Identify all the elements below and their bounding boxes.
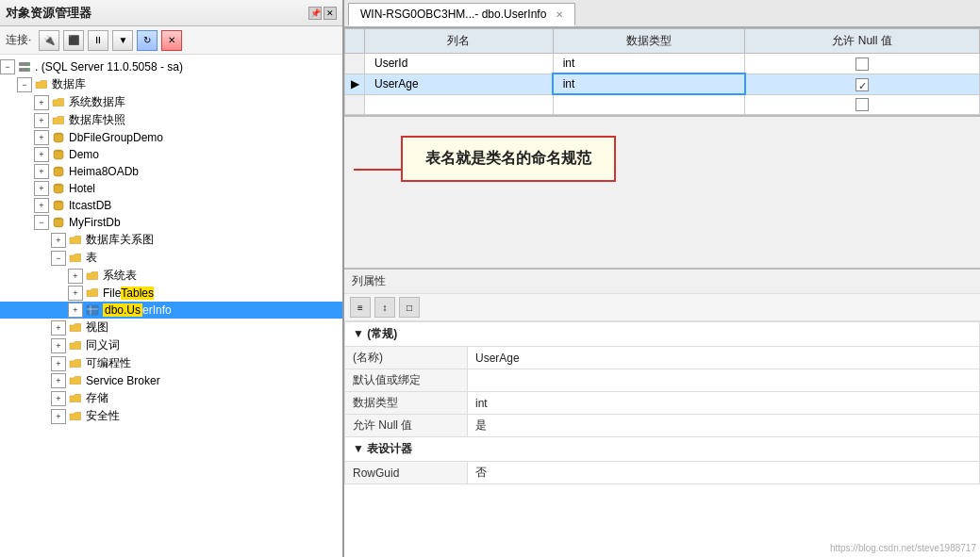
table-row[interactable]: ▶UserAgeint — [345, 74, 980, 94]
properties-label: 列属性 — [352, 273, 386, 289]
prop-btn-3[interactable]: □ — [399, 297, 420, 318]
nullable-checkbox[interactable] — [855, 98, 869, 111]
nullable-checkbox[interactable] — [855, 57, 869, 71]
col-type-cell[interactable]: int — [553, 54, 745, 74]
expand-btn-security[interactable]: + — [51, 409, 66, 424]
tree-item-hotel[interactable]: +Hotel — [0, 180, 342, 197]
tree-item-servicebroker[interactable]: +Service Broker — [0, 372, 342, 389]
prop-value[interactable] — [468, 369, 980, 392]
folder-icon — [85, 286, 100, 301]
object-explorer-panel: 对象资源管理器 📌 ✕ 连接· 🔌 ⬛ ⏸ ▼ ↻ ✕ −. (SQL Serv… — [0, 0, 344, 557]
expand-btn-dbsnap[interactable]: + — [34, 113, 49, 128]
tree-item-system[interactable]: +系统数据库 — [0, 93, 342, 111]
connect-button[interactable]: 🔌 — [39, 30, 59, 51]
tree-label-security: 安全性 — [86, 408, 120, 424]
tree-item-security[interactable]: +安全性 — [0, 407, 342, 425]
col-nullable-cell[interactable] — [745, 74, 980, 94]
tree-item-storage[interactable]: +存储 — [0, 389, 342, 407]
tree-item-filetables[interactable]: +FileTables — [0, 285, 342, 302]
tree-item-views[interactable]: +视图 — [0, 319, 342, 336]
expand-btn-demo[interactable]: + — [34, 147, 49, 162]
table-row[interactable] — [345, 94, 980, 115]
expand-btn-myfirst[interactable]: − — [34, 215, 49, 230]
prop-row: 数据类型int — [345, 392, 980, 415]
prop-key: 允许 Null 值 — [345, 415, 468, 437]
refresh-button[interactable]: ↻ — [137, 30, 158, 51]
row-indicator — [345, 54, 365, 74]
tree-item-dbdiagram[interactable]: +数据库关系图 — [0, 231, 342, 249]
datatype-header: 数据类型 — [553, 29, 745, 54]
expand-btn-views[interactable]: + — [51, 320, 66, 336]
annotation-box: 表名就是类名的命名规范 — [401, 136, 616, 182]
expand-btn-itcast[interactable]: + — [34, 198, 49, 213]
expand-btn-tables[interactable]: − — [51, 251, 66, 266]
folder-icon — [34, 77, 49, 92]
col-nullable-cell[interactable] — [745, 54, 980, 74]
tree-item-systables[interactable]: +系统表 — [0, 267, 342, 285]
prop-btn-1[interactable]: ≡ — [350, 297, 371, 318]
col-name-cell[interactable]: UserId — [365, 54, 554, 74]
db-icon — [51, 164, 66, 179]
expand-btn-hotel[interactable]: + — [34, 181, 49, 196]
disconnect-button[interactable]: ⬛ — [63, 30, 84, 51]
tree-item-demo[interactable]: +Demo — [0, 146, 342, 163]
close-button[interactable]: ✕ — [324, 7, 337, 20]
prop-value[interactable]: int — [468, 392, 980, 415]
tab-close-button[interactable]: ✕ — [556, 9, 563, 20]
tree-label-heima: Heima8OADb — [69, 165, 139, 178]
tree-area[interactable]: −. (SQL Server 11.0.5058 - sa)−数据库+系统数据库… — [0, 55, 342, 557]
pin-button[interactable]: 📌 — [308, 7, 322, 20]
filter-button[interactable]: ▼ — [112, 30, 133, 51]
svg-rect-10 — [87, 305, 98, 315]
expand-btn-system[interactable]: + — [34, 95, 49, 110]
tree-item-tables[interactable]: −表 — [0, 249, 342, 267]
tree-item-synonyms[interactable]: +同义词 — [0, 336, 342, 354]
pause-button[interactable]: ⏸ — [88, 30, 108, 51]
expand-btn-dbfile[interactable]: + — [34, 130, 49, 145]
expand-btn-servicebroker[interactable]: + — [51, 373, 66, 388]
table-icon — [85, 303, 100, 318]
folder-icon — [68, 356, 83, 371]
tree-item-server[interactable]: −. (SQL Server 11.0.5058 - sa) — [0, 58, 342, 75]
tree-item-myfirst[interactable]: −MyFirstDb — [0, 214, 342, 231]
expand-btn-storage[interactable]: + — [51, 391, 66, 406]
expand-btn-server[interactable]: − — [0, 59, 15, 74]
prop-value[interactable]: UserAge — [468, 347, 980, 369]
tree-item-itcast[interactable]: +ItcastDB — [0, 197, 342, 214]
tree-item-heima[interactable]: +Heima8OADb — [0, 163, 342, 180]
prop-btn-2[interactable]: ↕ — [374, 297, 395, 318]
table-row[interactable]: UserIdint — [345, 54, 980, 74]
expand-btn-heima[interactable]: + — [34, 164, 49, 179]
col-name-cell[interactable]: UserAge — [365, 74, 554, 94]
delete-button[interactable]: ✕ — [161, 30, 182, 51]
col-name-cell[interactable] — [365, 94, 554, 115]
tree-label-userinfo: dbo.UserInfo — [103, 303, 172, 317]
expand-btn-systables[interactable]: + — [68, 269, 83, 284]
col-nullable-cell[interactable] — [745, 94, 980, 115]
tree-item-programmability[interactable]: +可编程性 — [0, 354, 342, 372]
folder-icon — [85, 269, 100, 284]
tree-item-userinfo[interactable]: +dbo.UserInfo — [0, 302, 342, 319]
expand-btn-dbdiagram[interactable]: + — [51, 233, 66, 248]
prop-value[interactable]: 是 — [468, 415, 980, 437]
tree-label-storage: 存储 — [86, 390, 108, 406]
prop-section-label: ▼ 表设计器 — [345, 437, 980, 462]
prop-value[interactable]: 否 — [468, 462, 980, 484]
panel-title: 对象资源管理器 — [6, 5, 91, 22]
expand-btn-userinfo[interactable]: + — [68, 303, 83, 318]
right-panel: WIN-RSG0OBC3HM...- dbo.UserInfo ✕ 列名 数据类… — [344, 0, 980, 557]
expand-btn-databases[interactable]: − — [17, 77, 32, 92]
col-type-cell[interactable]: int — [553, 74, 745, 94]
main-tab[interactable]: WIN-RSG0OBC3HM...- dbo.UserInfo ✕ — [348, 3, 575, 26]
panel-controls: 📌 ✕ — [308, 7, 337, 20]
expand-btn-synonyms[interactable]: + — [51, 338, 66, 353]
expand-btn-filetables[interactable]: + — [68, 286, 83, 301]
nullable-checkbox[interactable] — [855, 78, 869, 91]
tree-label-demo: Demo — [69, 148, 99, 161]
tree-item-dbfile[interactable]: +DbFileGroupDemo — [0, 129, 342, 146]
expand-btn-programmability[interactable]: + — [51, 356, 66, 371]
col-type-cell[interactable] — [553, 94, 745, 115]
tree-item-databases[interactable]: −数据库 — [0, 75, 342, 93]
tree-item-dbsnap[interactable]: +数据库快照 — [0, 111, 342, 129]
indicator-header — [345, 29, 365, 54]
